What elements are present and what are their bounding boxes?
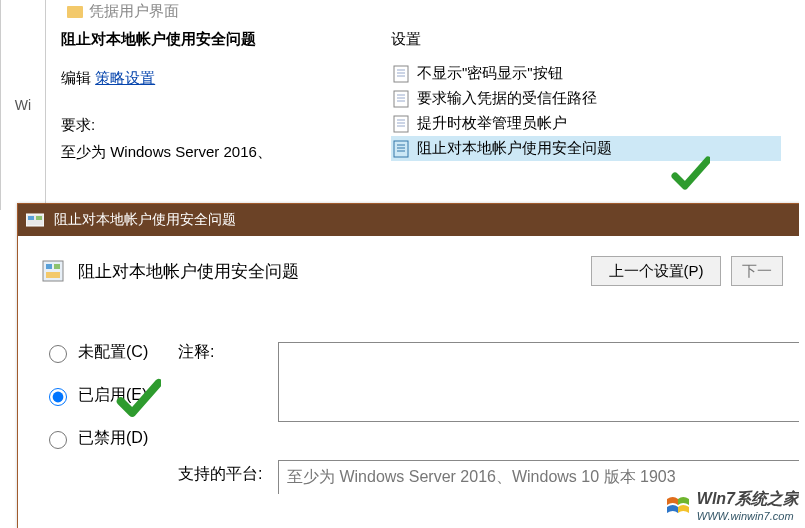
tree-item-credential-ui[interactable]: 凭据用户界面 — [61, 0, 185, 23]
edit-prefix: 编辑 — [61, 69, 91, 86]
edit-policy-row: 编辑 策略设置 — [61, 69, 371, 88]
comment-area: 注释: — [178, 342, 805, 369]
folder-icon — [67, 6, 83, 18]
radio-input-enabled[interactable] — [49, 388, 67, 406]
policy-title: 阻止对本地帐户使用安全问题 — [61, 30, 371, 49]
edit-policy-link[interactable]: 策略设置 — [95, 69, 155, 86]
tree-margin: Wi — [1, 0, 46, 210]
windows-logo-icon — [665, 495, 691, 517]
setting-item-label: 提升时枚举管理员帐户 — [417, 114, 567, 133]
tree-node-label: Wi — [15, 97, 31, 113]
policy-detail-right: 设置 不显示"密码显示"按钮 要求输入凭据的受信任路径 提升时枚举管理员帐户 阻… — [391, 30, 781, 161]
tree-item-label: 凭据用户界面 — [89, 2, 179, 21]
platform-label: 支持的平台: — [178, 464, 278, 485]
policy-icon — [42, 260, 64, 282]
platform-row: 支持的平台: 至少为 Windows Server 2016、Windows 1… — [178, 464, 278, 485]
dialog-title: 阻止对本地帐户使用安全问题 — [54, 211, 236, 229]
policy-name: 阻止对本地帐户使用安全问题 — [78, 260, 591, 283]
setting-item-selected[interactable]: 阻止对本地帐户使用安全问题 — [391, 136, 781, 161]
comment-textarea[interactable] — [278, 342, 805, 422]
svg-rect-22 — [46, 272, 60, 278]
svg-rect-4 — [394, 91, 408, 107]
settings-label: 设置 — [391, 30, 781, 49]
watermark-sub: WWW.winwin7.com — [697, 510, 799, 522]
crop-edge — [799, 0, 805, 528]
policy-detail-left: 阻止对本地帐户使用安全问题 编辑 策略设置 要求: 至少为 Windows Se… — [61, 30, 371, 162]
policy-dialog: 阻止对本地帐户使用安全问题 阻止对本地帐户使用安全问题 上一个设置(P) 下一 … — [17, 203, 805, 528]
next-setting-button[interactable]: 下一 — [731, 256, 783, 286]
checkmark-icon — [670, 154, 710, 194]
setting-item-label: 阻止对本地帐户使用安全问题 — [417, 139, 612, 158]
svg-rect-12 — [394, 141, 408, 157]
dialog-header-row: 阻止对本地帐户使用安全问题 上一个设置(P) 下一 — [42, 256, 783, 286]
document-icon — [393, 115, 409, 133]
radio-input-disabled[interactable] — [49, 431, 67, 449]
radio-label: 已禁用(D) — [78, 428, 148, 449]
document-icon — [393, 140, 409, 158]
radio-not-configured[interactable]: 未配置(C) — [44, 342, 148, 363]
dialog-titlebar[interactable]: 阻止对本地帐户使用安全问题 — [18, 204, 805, 236]
setting-item-label: 要求输入凭据的受信任路径 — [417, 89, 597, 108]
app-icon — [26, 212, 44, 228]
setting-item[interactable]: 要求输入凭据的受信任路径 — [391, 86, 781, 111]
setting-item[interactable]: 不显示"密码显示"按钮 — [391, 61, 781, 86]
svg-rect-0 — [394, 66, 408, 82]
svg-rect-20 — [46, 264, 52, 269]
document-icon — [393, 90, 409, 108]
comment-label: 注释: — [178, 342, 258, 363]
previous-setting-button[interactable]: 上一个设置(P) — [591, 256, 721, 286]
dialog-body: 阻止对本地帐户使用安全问题 上一个设置(P) 下一 未配置(C) 已启用(E) … — [18, 236, 805, 322]
svg-rect-21 — [54, 264, 60, 269]
svg-rect-17 — [28, 216, 34, 220]
checkmark-icon — [115, 376, 161, 422]
svg-rect-18 — [36, 216, 42, 220]
nav-buttons: 上一个设置(P) 下一 — [591, 256, 783, 286]
watermark: Wln7系统之家 WWW.winwin7.com — [665, 489, 799, 522]
radio-label: 未配置(C) — [78, 342, 148, 363]
svg-rect-8 — [394, 116, 408, 132]
radio-disabled[interactable]: 已禁用(D) — [44, 428, 148, 449]
radio-input-not-configured[interactable] — [49, 345, 67, 363]
setting-item-label: 不显示"密码显示"按钮 — [417, 64, 563, 83]
document-icon — [393, 65, 409, 83]
requirements-text: 至少为 Windows Server 2016、 — [61, 143, 371, 162]
watermark-main: Wln7系统之家 — [697, 490, 799, 507]
requirements-label: 要求: — [61, 116, 371, 135]
setting-item[interactable]: 提升时枚举管理员帐户 — [391, 111, 781, 136]
